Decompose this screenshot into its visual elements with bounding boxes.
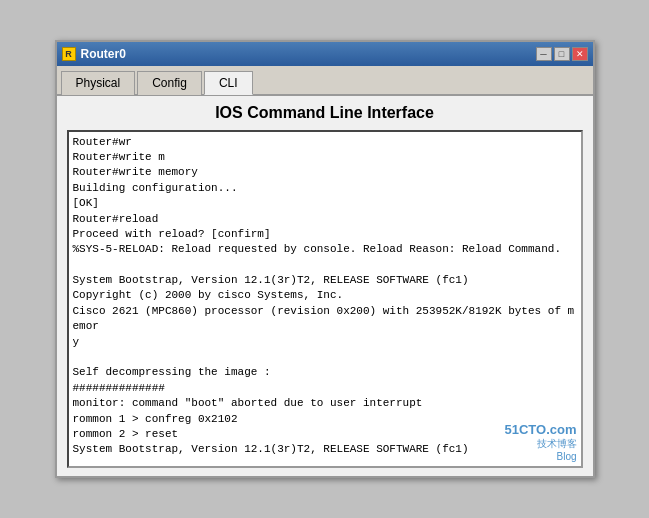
close-button[interactable]: ✕ <box>572 47 588 61</box>
tab-cli[interactable]: CLI <box>204 71 253 95</box>
terminal-wrapper: 51CTO.com 技术博客 Blog <box>67 130 583 468</box>
main-window: R Router0 ─ □ ✕ Physical Config CLI IOS … <box>55 40 595 478</box>
router-icon: R <box>62 47 76 61</box>
tab-config[interactable]: Config <box>137 71 202 95</box>
title-bar-left: R Router0 <box>62 47 126 61</box>
title-controls: ─ □ ✕ <box>536 47 588 61</box>
terminal-output[interactable] <box>69 132 581 462</box>
title-bar: R Router0 ─ □ ✕ <box>57 42 593 66</box>
window-title: Router0 <box>81 47 126 61</box>
maximize-button[interactable]: □ <box>554 47 570 61</box>
tab-bar: Physical Config CLI <box>57 66 593 96</box>
content-area: IOS Command Line Interface 51CTO.com 技术博… <box>57 96 593 476</box>
page-title: IOS Command Line Interface <box>67 104 583 122</box>
minimize-button[interactable]: ─ <box>536 47 552 61</box>
tab-physical[interactable]: Physical <box>61 71 136 95</box>
